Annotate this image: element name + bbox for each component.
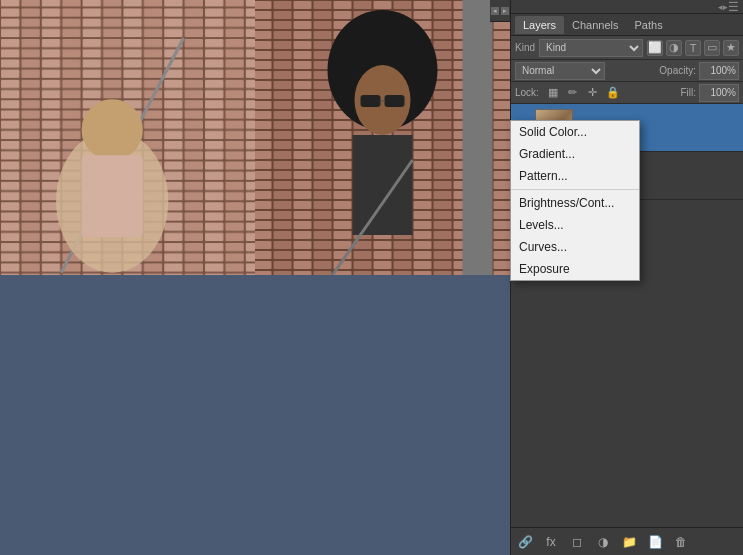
canvas-area: free soul Red Booty: [0, 0, 510, 275]
lock-all-icon[interactable]: 🔒: [605, 85, 621, 101]
context-menu: Solid Color... Gradient... Pattern... Br…: [510, 120, 640, 281]
filter-type-icon[interactable]: T: [685, 40, 701, 56]
lock-row: Lock: ▦ ✏ ✛ 🔒 Fill:: [511, 82, 743, 104]
svg-rect-10: [82, 155, 143, 237]
add-style-icon[interactable]: fx: [541, 532, 561, 552]
link-layers-icon[interactable]: 🔗: [515, 532, 535, 552]
lock-icons: ▦ ✏ ✛ 🔒: [545, 85, 621, 101]
filter-icons: ⬜ ◑ T ▭ ★: [647, 40, 739, 56]
collapse-right-icon[interactable]: ▸: [501, 7, 509, 15]
filter-shape-icon[interactable]: ▭: [704, 40, 720, 56]
menu-divider-1: [511, 189, 639, 190]
opacity-input[interactable]: [699, 62, 739, 80]
panel-menu-icon[interactable]: ☰: [728, 0, 739, 14]
blend-row: Normal Multiply Screen Opacity:: [511, 60, 743, 82]
photo-left: free soul Red Booty: [0, 0, 255, 275]
menu-item-exposure[interactable]: Exposure: [511, 258, 639, 280]
menu-item-brightness-contrast[interactable]: Brightness/Cont...: [511, 192, 639, 214]
new-adjustment-icon[interactable]: ◑: [593, 532, 613, 552]
below-canvas: [0, 275, 510, 555]
tab-channels[interactable]: Channels: [564, 16, 626, 34]
menu-item-curves[interactable]: Curves...: [511, 236, 639, 258]
lock-transparency-icon[interactable]: ▦: [545, 85, 561, 101]
delete-layer-icon[interactable]: 🗑: [671, 532, 691, 552]
filter-pixel-icon[interactable]: ⬜: [647, 40, 663, 56]
fill-group: Fill:: [680, 84, 739, 102]
menu-item-levels[interactable]: Levels...: [511, 214, 639, 236]
arrow-left-icon[interactable]: ◂▸: [718, 2, 728, 12]
filter-row: Kind Kind ⬜ ◑ T ▭ ★: [511, 36, 743, 60]
photo-right: [255, 0, 510, 275]
filter-select[interactable]: Kind: [539, 39, 643, 57]
tab-layers[interactable]: Layers: [515, 16, 564, 34]
panel-bottom: 🔗 fx ◻ ◑ 📁 📄 🗑: [511, 527, 743, 555]
filter-smart-icon[interactable]: ★: [723, 40, 739, 56]
fill-input[interactable]: [699, 84, 739, 102]
menu-item-solid-color[interactable]: Solid Color...: [511, 121, 639, 143]
opacity-group: Opacity:: [659, 62, 739, 80]
panel-tabs: Layers Channels Paths: [511, 14, 743, 36]
lock-move-icon[interactable]: ✛: [585, 85, 601, 101]
svg-point-9: [82, 99, 143, 160]
menu-item-gradient[interactable]: Gradient...: [511, 143, 639, 165]
blend-mode-select[interactable]: Normal Multiply Screen: [515, 62, 605, 80]
menu-item-pattern[interactable]: Pattern...: [511, 165, 639, 187]
add-mask-icon[interactable]: ◻: [567, 532, 587, 552]
new-layer-icon[interactable]: 📄: [645, 532, 665, 552]
lock-paint-icon[interactable]: ✏: [565, 85, 581, 101]
fill-label: Fill:: [680, 87, 696, 98]
svg-rect-23: [353, 135, 413, 235]
panel-top-row: ◂▸ ☰: [511, 0, 743, 14]
canvas-image: free soul Red Booty: [0, 0, 510, 275]
new-group-icon[interactable]: 📁: [619, 532, 639, 552]
lock-label: Lock:: [515, 87, 539, 98]
opacity-label: Opacity:: [659, 65, 696, 76]
window-chrome: ◂ ▸: [490, 0, 510, 22]
svg-rect-17: [463, 0, 493, 275]
svg-rect-21: [385, 95, 405, 107]
svg-rect-20: [361, 95, 381, 107]
filter-label: Kind: [515, 42, 535, 53]
collapse-left-icon[interactable]: ◂: [491, 7, 499, 15]
panel-arrows: ◂▸: [718, 2, 728, 12]
tab-paths[interactable]: Paths: [627, 16, 671, 34]
filter-adj-icon[interactable]: ◑: [666, 40, 682, 56]
